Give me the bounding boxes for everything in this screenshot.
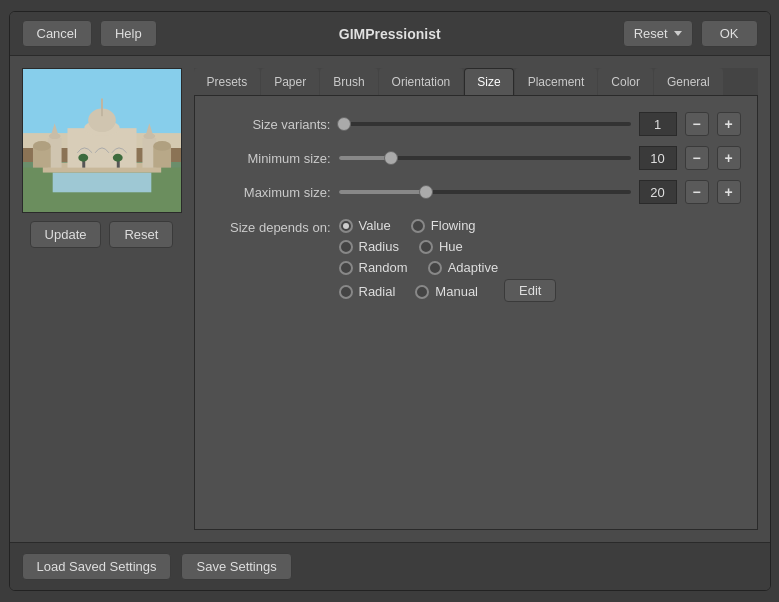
size-variants-label: Size variants: <box>211 117 331 132</box>
tab-size[interactable]: Size <box>464 68 513 95</box>
maximum-size-fill <box>339 190 427 194</box>
main-window: Cancel Help GIMPressionist Reset OK <box>9 11 771 591</box>
preview-svg <box>23 69 181 212</box>
maximum-size-row: Maximum size: 20 − + <box>211 180 741 204</box>
radio-adaptive-btn[interactable] <box>428 261 442 275</box>
svg-rect-2 <box>52 173 151 193</box>
size-depends-label: Size depends on: <box>211 218 331 235</box>
titlebar-left: Cancel Help <box>22 20 157 47</box>
radio-radius[interactable]: Radius <box>339 239 399 254</box>
load-settings-button[interactable]: Load Saved Settings <box>22 553 172 580</box>
preview-reset-button[interactable]: Reset <box>109 221 173 248</box>
svg-point-21 <box>112 154 122 162</box>
radio-value[interactable]: Value <box>339 218 391 233</box>
svg-point-16 <box>32 141 50 151</box>
help-button[interactable]: Help <box>100 20 157 47</box>
maximum-size-thumb[interactable] <box>419 185 433 199</box>
minimum-size-thumb[interactable] <box>384 151 398 165</box>
titlebar-right: Reset OK <box>623 20 758 47</box>
minimum-size-row: Minimum size: 10 − + <box>211 146 741 170</box>
minimum-size-value: 10 <box>639 146 677 170</box>
bottom-bar: Load Saved Settings Save Settings <box>10 542 770 590</box>
radio-random[interactable]: Random <box>339 260 408 275</box>
right-panel: Presets Paper Brush Orientation Size Pla… <box>194 68 758 530</box>
tab-general[interactable]: General <box>654 68 723 95</box>
radio-row-1: Value Flowing <box>339 218 557 233</box>
maximum-size-slider[interactable] <box>339 190 631 194</box>
radio-row-4: Radial Manual Edit <box>339 281 557 302</box>
main-content: Update Reset Presets Paper Brush Orienta… <box>10 56 770 542</box>
maximum-size-label: Maximum size: <box>211 185 331 200</box>
minimum-size-decrement[interactable]: − <box>685 146 709 170</box>
svg-point-20 <box>78 154 88 162</box>
radio-value-label: Value <box>359 218 391 233</box>
tab-placement[interactable]: Placement <box>515 68 598 95</box>
radio-hue-btn[interactable] <box>419 240 433 254</box>
size-variants-decrement[interactable]: − <box>685 112 709 136</box>
tabs: Presets Paper Brush Orientation Size Pla… <box>194 68 758 96</box>
radio-radius-label: Radius <box>359 239 399 254</box>
radio-manual-btn[interactable] <box>415 285 429 299</box>
radio-flowing[interactable]: Flowing <box>411 218 476 233</box>
reset-label: Reset <box>634 26 668 41</box>
radio-radial-label: Radial <box>359 284 396 299</box>
preview-buttons: Update Reset <box>30 221 174 248</box>
radio-radial[interactable]: Radial <box>339 284 396 299</box>
reset-dropdown-button[interactable]: Reset <box>623 20 693 47</box>
tab-orientation[interactable]: Orientation <box>379 68 464 95</box>
size-variants-value: 1 <box>639 112 677 136</box>
size-variants-increment[interactable]: + <box>717 112 741 136</box>
minimum-size-slider[interactable] <box>339 156 631 160</box>
radio-random-btn[interactable] <box>339 261 353 275</box>
maximum-size-decrement[interactable]: − <box>685 180 709 204</box>
radio-flowing-label: Flowing <box>431 218 476 233</box>
radio-radial-btn[interactable] <box>339 285 353 299</box>
left-panel: Update Reset <box>22 68 182 530</box>
minimum-size-label: Minimum size: <box>211 151 331 166</box>
save-settings-button[interactable]: Save Settings <box>181 553 291 580</box>
size-depends-section: Size depends on: Value Flowing <box>211 218 741 302</box>
maximum-size-increment[interactable]: + <box>717 180 741 204</box>
tab-brush[interactable]: Brush <box>320 68 377 95</box>
chevron-down-icon <box>674 31 682 36</box>
minimum-size-increment[interactable]: + <box>717 146 741 170</box>
radio-random-label: Random <box>359 260 408 275</box>
radio-value-btn[interactable] <box>339 219 353 233</box>
window-title: GIMPressionist <box>339 26 441 42</box>
radio-row-3: Random Adaptive <box>339 260 557 275</box>
preview-image <box>22 68 182 213</box>
size-tab-content: Size variants: 1 − + Minimum size: <box>194 96 758 530</box>
radio-options: Value Flowing Radius <box>339 218 557 302</box>
cancel-button[interactable]: Cancel <box>22 20 92 47</box>
size-variants-slider[interactable] <box>339 122 631 126</box>
radio-hue[interactable]: Hue <box>419 239 463 254</box>
size-variants-thumb[interactable] <box>337 117 351 131</box>
radio-hue-label: Hue <box>439 239 463 254</box>
maximum-size-value: 20 <box>639 180 677 204</box>
ok-button[interactable]: OK <box>701 20 758 47</box>
radio-radius-btn[interactable] <box>339 240 353 254</box>
tab-presets[interactable]: Presets <box>194 68 261 95</box>
radio-adaptive[interactable]: Adaptive <box>428 260 499 275</box>
update-button[interactable]: Update <box>30 221 102 248</box>
size-variants-row: Size variants: 1 − + <box>211 112 741 136</box>
edit-button[interactable]: Edit <box>504 279 556 302</box>
tab-color[interactable]: Color <box>598 68 653 95</box>
tab-paper[interactable]: Paper <box>261 68 319 95</box>
radio-adaptive-label: Adaptive <box>448 260 499 275</box>
radio-manual-label: Manual <box>435 284 478 299</box>
svg-point-17 <box>153 141 171 151</box>
radio-row-2: Radius Hue <box>339 239 557 254</box>
radio-flowing-btn[interactable] <box>411 219 425 233</box>
radio-manual[interactable]: Manual <box>415 284 478 299</box>
titlebar: Cancel Help GIMPressionist Reset OK <box>10 12 770 56</box>
